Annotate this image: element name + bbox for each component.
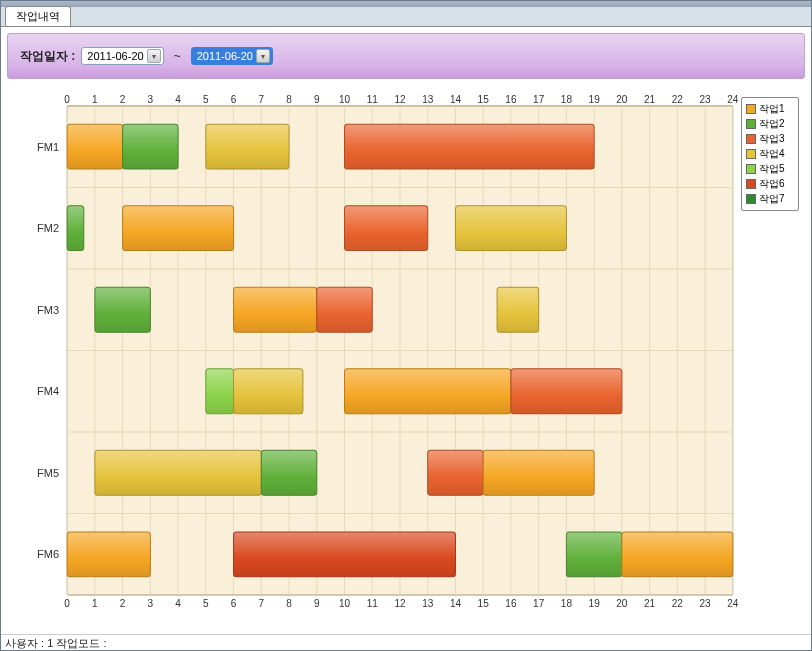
gantt-bar[interactable] bbox=[67, 124, 122, 169]
svg-text:12: 12 bbox=[394, 598, 406, 609]
svg-text:8: 8 bbox=[286, 94, 292, 105]
svg-text:23: 23 bbox=[700, 94, 712, 105]
gantt-bar[interactable] bbox=[95, 287, 150, 332]
svg-text:0: 0 bbox=[64, 598, 70, 609]
svg-text:13: 13 bbox=[422, 598, 434, 609]
gantt-bar[interactable] bbox=[317, 287, 372, 332]
gantt-bar[interactable] bbox=[67, 532, 150, 577]
svg-text:16: 16 bbox=[505, 94, 517, 105]
legend-label: 작업5 bbox=[759, 162, 785, 176]
svg-text:13: 13 bbox=[422, 94, 434, 105]
svg-text:20: 20 bbox=[616, 94, 628, 105]
svg-text:5: 5 bbox=[203, 94, 209, 105]
legend-item: 작업1 bbox=[746, 102, 794, 116]
gantt-bar[interactable] bbox=[261, 450, 316, 495]
svg-text:2: 2 bbox=[120, 94, 126, 105]
svg-text:23: 23 bbox=[700, 598, 712, 609]
legend-item: 작업4 bbox=[746, 147, 794, 161]
svg-text:18: 18 bbox=[561, 94, 573, 105]
legend-label: 작업1 bbox=[759, 102, 785, 116]
svg-text:11: 11 bbox=[367, 94, 379, 105]
gantt-bar[interactable] bbox=[455, 206, 566, 251]
status-user-value: 1 bbox=[47, 637, 56, 649]
legend-swatch bbox=[746, 149, 756, 159]
legend-item: 작업6 bbox=[746, 177, 794, 191]
tab-work-history[interactable]: 작업내역 bbox=[5, 6, 71, 26]
gantt-bar[interactable] bbox=[622, 532, 733, 577]
svg-text:1: 1 bbox=[92, 598, 98, 609]
svg-text:3: 3 bbox=[148, 598, 154, 609]
svg-text:17: 17 bbox=[533, 94, 545, 105]
svg-text:20: 20 bbox=[616, 598, 628, 609]
svg-text:21: 21 bbox=[644, 598, 656, 609]
svg-text:10: 10 bbox=[339, 94, 351, 105]
gantt-bar[interactable] bbox=[497, 287, 539, 332]
svg-text:4: 4 bbox=[175, 598, 181, 609]
legend-item: 작업3 bbox=[746, 132, 794, 146]
gantt-bar[interactable] bbox=[483, 450, 594, 495]
legend-swatch bbox=[746, 179, 756, 189]
svg-text:FM1: FM1 bbox=[37, 141, 59, 153]
date-to-input[interactable]: 2011-06-20 ▾ bbox=[191, 47, 273, 65]
gantt-bar[interactable] bbox=[345, 369, 511, 414]
legend-item: 작업2 bbox=[746, 117, 794, 131]
gantt-bar[interactable] bbox=[566, 532, 621, 577]
svg-text:FM6: FM6 bbox=[37, 548, 59, 560]
date-to-value: 2011-06-20 bbox=[197, 50, 253, 62]
status-mode-label: 작업모드 : bbox=[56, 637, 106, 649]
gantt-bar[interactable] bbox=[67, 206, 84, 251]
gantt-bar[interactable] bbox=[234, 369, 303, 414]
gantt-bar[interactable] bbox=[123, 206, 234, 251]
gantt-bar[interactable] bbox=[428, 450, 483, 495]
chart-container: 0011223344556677889910101111121213131414… bbox=[7, 79, 805, 628]
svg-text:19: 19 bbox=[589, 94, 601, 105]
legend-item: 작업5 bbox=[746, 162, 794, 176]
legend-label: 작업6 bbox=[759, 177, 785, 191]
legend-swatch bbox=[746, 194, 756, 204]
svg-text:3: 3 bbox=[148, 94, 154, 105]
gantt-bar[interactable] bbox=[123, 124, 178, 169]
gantt-bar[interactable] bbox=[206, 369, 234, 414]
svg-text:14: 14 bbox=[450, 598, 462, 609]
date-range-separator: ~ bbox=[174, 49, 181, 63]
legend-label: 작업2 bbox=[759, 117, 785, 131]
svg-text:8: 8 bbox=[286, 598, 292, 609]
gantt-bar[interactable] bbox=[95, 450, 261, 495]
svg-text:24: 24 bbox=[727, 598, 739, 609]
svg-text:6: 6 bbox=[231, 598, 237, 609]
svg-text:0: 0 bbox=[64, 94, 70, 105]
svg-text:9: 9 bbox=[314, 598, 320, 609]
filter-bar: 작업일자 : 2011-06-20 ▾ ~ 2011-06-20 ▾ bbox=[7, 33, 805, 79]
svg-text:22: 22 bbox=[672, 94, 684, 105]
legend-item: 작업7 bbox=[746, 192, 794, 206]
svg-text:7: 7 bbox=[259, 94, 265, 105]
svg-text:10: 10 bbox=[339, 598, 351, 609]
gantt-bar[interactable] bbox=[345, 124, 595, 169]
svg-text:4: 4 bbox=[175, 94, 181, 105]
svg-text:1: 1 bbox=[92, 94, 98, 105]
gantt-bar[interactable] bbox=[206, 124, 289, 169]
status-user-label: 사용자 : bbox=[5, 637, 47, 649]
chevron-down-icon[interactable]: ▾ bbox=[147, 49, 161, 63]
legend-swatch bbox=[746, 119, 756, 129]
svg-text:19: 19 bbox=[589, 598, 601, 609]
svg-text:16: 16 bbox=[505, 598, 517, 609]
gantt-chart: 0011223344556677889910101111121213131414… bbox=[7, 89, 805, 622]
gantt-bar[interactable] bbox=[234, 287, 317, 332]
svg-text:15: 15 bbox=[478, 598, 490, 609]
gantt-bar[interactable] bbox=[511, 369, 622, 414]
svg-text:5: 5 bbox=[203, 598, 209, 609]
svg-text:FM2: FM2 bbox=[37, 222, 59, 234]
legend-label: 작업3 bbox=[759, 132, 785, 146]
tab-strip: 작업내역 bbox=[1, 7, 811, 27]
chevron-down-icon[interactable]: ▾ bbox=[256, 49, 270, 63]
gantt-bar[interactable] bbox=[234, 532, 456, 577]
svg-text:17: 17 bbox=[533, 598, 545, 609]
svg-text:15: 15 bbox=[478, 94, 490, 105]
svg-text:11: 11 bbox=[367, 598, 379, 609]
legend-swatch bbox=[746, 104, 756, 114]
legend-label: 작업7 bbox=[759, 192, 785, 206]
svg-text:18: 18 bbox=[561, 598, 573, 609]
date-from-input[interactable]: 2011-06-20 ▾ bbox=[81, 47, 163, 65]
gantt-bar[interactable] bbox=[345, 206, 428, 251]
